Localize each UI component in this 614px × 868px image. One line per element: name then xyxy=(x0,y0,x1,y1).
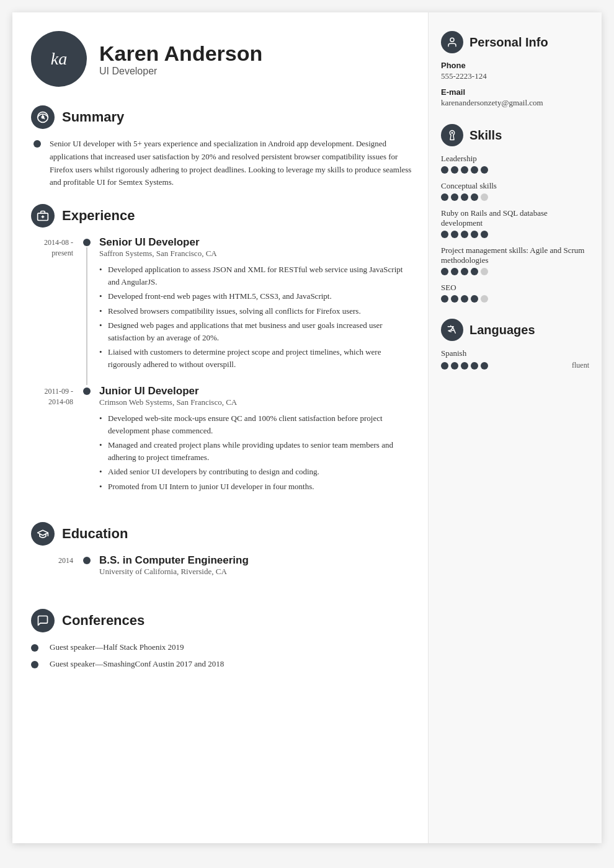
skill-dot xyxy=(441,193,448,201)
skill-dot xyxy=(461,231,468,238)
job-content: Senior UI Developer Saffron Systems, San… xyxy=(93,236,416,385)
skill-dots xyxy=(441,166,589,174)
languages-icon xyxy=(441,319,463,341)
conference-item: Guest speaker—Half Stack Phoenix 2019 xyxy=(31,641,416,654)
skills-title: Skills xyxy=(469,128,502,143)
resume-header: ka Karen Anderson UI Developer xyxy=(31,31,416,87)
job-bullet: Developed application to assess JSON and… xyxy=(99,264,416,288)
svg-point-6 xyxy=(452,132,453,134)
skills-header: Skills xyxy=(441,124,589,146)
job-dot-col xyxy=(81,385,93,507)
conf-text: Guest speaker—Half Stack Phoenix 2019 xyxy=(43,641,416,654)
conf-dot-col xyxy=(31,641,43,654)
email-label: E-mail xyxy=(441,87,589,97)
summary-block: Senior UI developer with 5+ years experi… xyxy=(31,138,416,189)
skill-dot xyxy=(451,231,458,238)
education-icon xyxy=(31,522,55,546)
lang-dot xyxy=(481,362,488,370)
skill-dot xyxy=(441,231,448,238)
skill-dot xyxy=(471,295,478,303)
job-bullet: Liaised with customers to determine proj… xyxy=(99,346,416,370)
header-info: Karen Anderson UI Developer xyxy=(99,42,262,77)
skill-dot xyxy=(461,193,468,201)
job-dot-col xyxy=(81,236,93,385)
skill-dot xyxy=(471,231,478,238)
personal-info-icon xyxy=(441,31,463,53)
skill-item: SEO xyxy=(441,283,589,303)
skill-dot xyxy=(451,295,458,303)
skill-dot xyxy=(471,193,478,201)
skill-item: Leadership xyxy=(441,154,589,174)
job-bullets: Developed web-site mock-ups ensure QC an… xyxy=(99,412,416,492)
conferences-title: Conferences xyxy=(62,613,145,629)
lang-dots-row: fluent xyxy=(441,361,589,370)
education-section: Education 2014 B.S. in Computer Engineer… xyxy=(31,522,416,594)
skill-item: Conceptual skills xyxy=(441,181,589,201)
job-title: Junior UI Developer xyxy=(99,385,416,397)
skill-name: SEO xyxy=(441,283,589,293)
skill-name: Conceptual skills xyxy=(441,181,589,191)
job-bullet: Aided senior UI developers by contributi… xyxy=(99,466,416,478)
right-column: Personal Info Phone 555-2223-124 E-mail … xyxy=(428,12,602,843)
skill-dot xyxy=(481,193,488,201)
skill-dots xyxy=(441,231,589,238)
conferences-list: Guest speaker—Half Stack Phoenix 2019 Gu… xyxy=(31,641,416,671)
job-company: Crimson Web Systems, San Francisco, CA xyxy=(99,397,416,407)
conf-dot-col xyxy=(31,658,43,671)
conf-dot xyxy=(31,644,38,652)
experience-icon xyxy=(31,204,55,228)
summary-section: Summary Senior UI developer with 5+ year… xyxy=(31,105,416,189)
skill-dot xyxy=(481,231,488,238)
summary-title: Summary xyxy=(62,109,124,125)
job-company: Saffron Systems, San Francisco, CA xyxy=(99,249,416,259)
skills-section: Skills Leadership Conceptual skills Ruby… xyxy=(441,124,589,303)
skill-dots xyxy=(441,295,589,303)
personal-info-header: Personal Info xyxy=(441,31,589,53)
skill-dot xyxy=(461,268,468,275)
conference-item: Guest speaker—SmashingConf Austin 2017 a… xyxy=(31,658,416,671)
languages-title: Languages xyxy=(469,323,535,337)
job-dot xyxy=(83,388,91,395)
skill-dot xyxy=(461,166,468,174)
personal-info-section: Personal Info Phone 555-2223-124 E-mail … xyxy=(441,31,589,108)
phone-label: Phone xyxy=(441,61,589,70)
summary-header: Summary xyxy=(31,105,416,129)
job-title: Senior UI Developer xyxy=(99,236,416,249)
language-item: Spanish fluent xyxy=(441,348,589,370)
skill-dot xyxy=(471,166,478,174)
education-timeline: 2014 B.S. in Computer Engineering Univer… xyxy=(31,554,416,594)
education-item: 2014 B.S. in Computer Engineering Univer… xyxy=(31,554,416,594)
skill-dot xyxy=(471,268,478,275)
skill-dot xyxy=(451,166,458,174)
education-header: Education xyxy=(31,522,416,546)
skill-dots xyxy=(441,193,589,201)
skill-name: Project management skills: Agile and Scr… xyxy=(441,246,589,265)
skill-dot xyxy=(451,268,458,275)
phone-value: 555-2223-124 xyxy=(441,71,589,81)
skill-dot xyxy=(451,193,458,201)
job-bullets: Developed application to assess JSON and… xyxy=(99,264,416,370)
lang-level: fluent xyxy=(572,361,589,370)
conferences-header: Conferences xyxy=(31,609,416,632)
job-bullet: Promoted from UI Intern to junior UI dev… xyxy=(99,480,416,493)
avatar: ka xyxy=(31,31,87,87)
skill-name: Ruby on Rails and SQL database developme… xyxy=(441,208,589,228)
personal-info-title: Personal Info xyxy=(469,35,548,50)
skills-icon xyxy=(441,124,463,146)
svg-point-1 xyxy=(42,116,45,119)
job-dot xyxy=(83,239,91,246)
lang-name: Spanish xyxy=(441,348,589,358)
edu-dot-col xyxy=(81,554,93,594)
education-title: Education xyxy=(62,526,128,542)
resume-container: ka Karen Anderson UI Developer Summary xyxy=(12,12,602,843)
conf-dot xyxy=(31,661,38,668)
conf-text: Guest speaker—SmashingConf Austin 2017 a… xyxy=(43,658,416,671)
avatar-initials: ka xyxy=(51,49,67,69)
skill-name: Leadership xyxy=(441,154,589,164)
job-date: 2011-09 - 2014-08 xyxy=(31,385,81,507)
job-bullet: Managed and created project plans while … xyxy=(99,439,416,463)
job-bullet: Resolved browsers compatibility issues, … xyxy=(99,305,416,317)
skill-dot xyxy=(461,295,468,303)
job-content: Junior UI Developer Crimson Web Systems,… xyxy=(93,385,416,507)
summary-text: Senior UI developer with 5+ years experi… xyxy=(43,138,416,189)
